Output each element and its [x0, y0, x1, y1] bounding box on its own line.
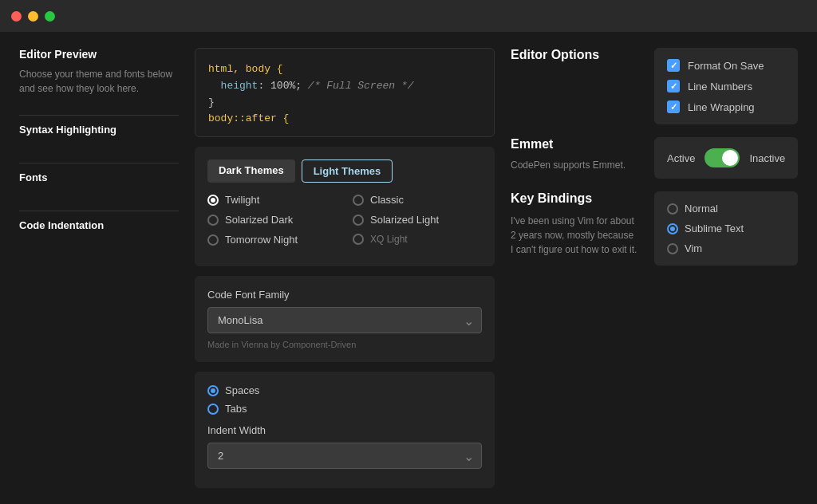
themes-columns: Twilight Solarized Dark Tomorrow Night C…: [207, 194, 482, 254]
editor-options-box: Format On Save Line Numbers Line Wrappin…: [654, 48, 798, 124]
syntax-highlighting-title: Syntax Highlighting: [19, 115, 179, 144]
sublime-text-radio[interactable]: [667, 223, 678, 234]
code-pseudo: body::after {: [208, 112, 289, 124]
keybindings-description: I've been using Vim for about 2 years no…: [511, 214, 638, 257]
code-preview: html, body { height: 100%; /* Full Scree…: [195, 48, 495, 137]
keybindings-title: Key Bindings: [511, 191, 638, 206]
dark-themes-tab[interactable]: Dark Themes: [207, 159, 295, 183]
theme-option-twilight[interactable]: Twilight: [207, 194, 337, 206]
theme-option-tomorrow-night[interactable]: Tomorrow Night: [207, 234, 337, 246]
indentation-panel: Spaces Tabs Indent Width 2 4 8: [195, 372, 495, 488]
format-on-save-checkbox[interactable]: [667, 59, 680, 72]
toggle-thumb: [722, 150, 738, 166]
emmet-block: Emmet CodePen supports Emmet. Active Ina…: [511, 137, 798, 179]
line-wrapping-label: Line Wrapping: [688, 101, 755, 113]
editor-preview-section: Editor Preview Choose your theme and fon…: [19, 48, 179, 96]
code-property: height: [208, 80, 258, 92]
emmet-toggle-row: Active Inactive: [654, 137, 798, 179]
emmet-toggle[interactable]: [705, 148, 740, 167]
emmet-active-label: Active: [667, 152, 695, 164]
spaces-radio[interactable]: [207, 385, 219, 396]
normal-option[interactable]: Normal: [667, 203, 785, 215]
code-comment: /* Full Screen */: [302, 80, 413, 92]
fonts-section: Fonts: [19, 163, 179, 191]
code-line-1: html, body {: [208, 61, 481, 78]
left-panel: Editor Preview Choose your theme and fon…: [19, 48, 179, 488]
spaces-option[interactable]: Spaces: [207, 384, 482, 396]
solarized-dark-radio[interactable]: [207, 215, 219, 226]
theme-option-solarized-light[interactable]: Solarized Light: [353, 214, 482, 226]
tabs-radio[interactable]: [207, 404, 219, 415]
emmet-right: Active Inactive: [654, 137, 798, 179]
title-bar: [0, 0, 817, 32]
tabs-label: Tabs: [225, 403, 247, 415]
editor-preview-desc: Choose your theme and fonts below and se…: [19, 67, 179, 96]
vim-radio[interactable]: [667, 243, 678, 254]
editor-options-block: Editor Options Format On Save Line Numbe…: [511, 48, 798, 124]
code-indentation-title: Code Indentation: [19, 211, 179, 239]
sublime-text-option[interactable]: Sublime Text: [667, 222, 785, 234]
code-line-2: height: 100%; /* Full Screen */: [208, 78, 481, 95]
line-wrapping-option[interactable]: Line Wrapping: [667, 100, 785, 113]
emmet-description: CodePen supports Emmet.: [511, 159, 638, 171]
classic-radio[interactable]: [353, 195, 364, 206]
emmet-left: Emmet CodePen supports Emmet.: [511, 137, 638, 179]
solarized-light-label: Solarized Light: [370, 214, 439, 226]
classic-label: Classic: [370, 194, 404, 206]
toggle-track: [705, 148, 740, 167]
xq-light-label: XQ Light: [370, 234, 408, 245]
tomorrow-night-label: Tomorrow Night: [225, 234, 298, 246]
editor-options-right: Format On Save Line Numbers Line Wrappin…: [654, 48, 798, 124]
code-selector: html, body {: [208, 63, 283, 75]
indentation-radio-group: Spaces Tabs: [207, 384, 482, 415]
sublime-text-label: Sublime Text: [685, 222, 744, 234]
light-themes-tab[interactable]: Light Themes: [302, 159, 393, 183]
themes-panel: Dark Themes Light Themes Twilight Solari…: [195, 147, 495, 266]
format-on-save-option[interactable]: Format On Save: [667, 59, 785, 72]
middle-panel: html, body { height: 100%; /* Full Scree…: [195, 48, 495, 488]
line-numbers-checkbox[interactable]: [667, 80, 680, 93]
keybindings-box: Normal Sublime Text Vim: [654, 191, 798, 266]
vim-label: Vim: [685, 242, 702, 254]
close-button[interactable]: [11, 11, 22, 22]
keybindings-left: Key Bindings I've been using Vim for abo…: [511, 191, 638, 266]
twilight-label: Twilight: [225, 194, 259, 206]
themes-tabs: Dark Themes Light Themes: [207, 159, 482, 183]
theme-option-classic[interactable]: Classic: [353, 194, 482, 206]
syntax-highlighting-section: Syntax Highlighting: [19, 115, 179, 144]
normal-label: Normal: [685, 203, 718, 215]
code-value: : 100%;: [258, 80, 302, 92]
line-numbers-label: Line Numbers: [688, 81, 752, 93]
theme-option-solarized-dark[interactable]: Solarized Dark: [207, 214, 337, 226]
solarized-dark-label: Solarized Dark: [225, 214, 293, 226]
format-on-save-label: Format On Save: [688, 60, 764, 72]
maximize-button[interactable]: [45, 11, 55, 22]
theme-option-xq-light[interactable]: XQ Light: [353, 234, 482, 245]
font-family-label: Code Font Family: [207, 289, 482, 301]
right-panel: Editor Options Format On Save Line Numbe…: [511, 48, 798, 488]
tabs-option[interactable]: Tabs: [207, 403, 482, 415]
code-line-3: }: [208, 95, 481, 112]
indent-select-wrapper: 2 4 8: [207, 443, 482, 469]
twilight-radio[interactable]: [207, 195, 219, 206]
fonts-title: Fonts: [19, 163, 179, 191]
light-themes-col: Classic Solarized Light XQ Light: [353, 194, 482, 254]
code-line-4: body::after {: [208, 111, 481, 128]
vim-option[interactable]: Vim: [667, 242, 785, 254]
line-wrapping-checkbox[interactable]: [667, 100, 680, 113]
editor-options-title: Editor Options: [511, 48, 638, 62]
solarized-light-radio[interactable]: [353, 215, 364, 226]
xq-light-radio[interactable]: [353, 234, 364, 245]
main-content: Editor Preview Choose your theme and fon…: [0, 32, 817, 504]
editor-options-left: Editor Options: [511, 48, 638, 124]
indent-width-select[interactable]: 2 4 8: [207, 443, 482, 469]
font-family-select[interactable]: MonoLisa Fira Code JetBrains Mono Source…: [207, 307, 482, 333]
dark-themes-col: Twilight Solarized Dark Tomorrow Night: [207, 194, 337, 254]
spaces-label: Spaces: [225, 384, 259, 396]
line-numbers-option[interactable]: Line Numbers: [667, 80, 785, 93]
emmet-inactive-label: Inactive: [749, 152, 785, 164]
normal-radio[interactable]: [667, 203, 678, 215]
minimize-button[interactable]: [28, 11, 38, 22]
editor-preview-title: Editor Preview: [19, 48, 179, 61]
tomorrow-night-radio[interactable]: [207, 234, 219, 246]
